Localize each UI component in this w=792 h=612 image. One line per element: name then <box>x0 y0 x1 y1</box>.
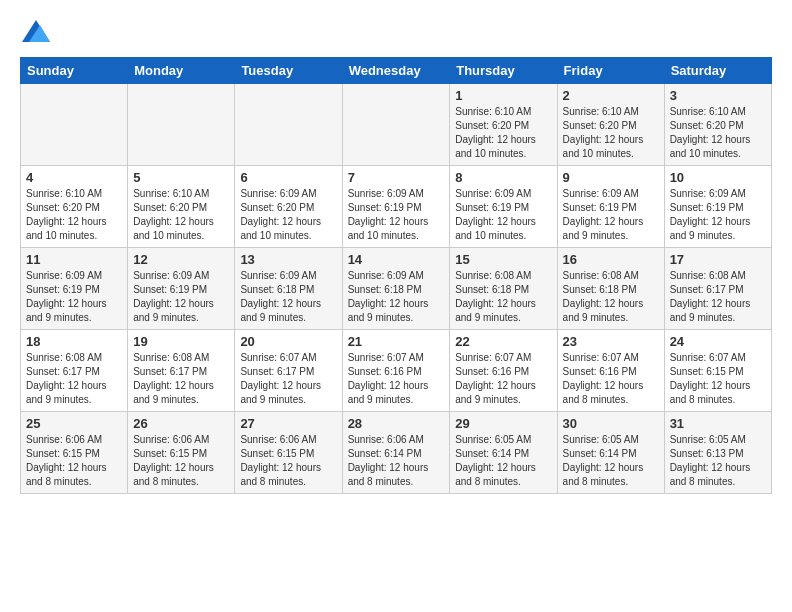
day-info: Sunrise: 6:05 AM Sunset: 6:14 PM Dayligh… <box>455 433 551 489</box>
day-info: Sunrise: 6:10 AM Sunset: 6:20 PM Dayligh… <box>670 105 766 161</box>
weekday-header: Saturday <box>664 58 771 84</box>
day-info: Sunrise: 6:09 AM Sunset: 6:19 PM Dayligh… <box>563 187 659 243</box>
day-number: 8 <box>455 170 551 185</box>
day-number: 4 <box>26 170 122 185</box>
calendar-cell: 6Sunrise: 6:09 AM Sunset: 6:20 PM Daylig… <box>235 166 342 248</box>
calendar-cell: 21Sunrise: 6:07 AM Sunset: 6:16 PM Dayli… <box>342 330 450 412</box>
calendar-week-row: 18Sunrise: 6:08 AM Sunset: 6:17 PM Dayli… <box>21 330 772 412</box>
calendar-cell: 9Sunrise: 6:09 AM Sunset: 6:19 PM Daylig… <box>557 166 664 248</box>
day-info: Sunrise: 6:08 AM Sunset: 6:17 PM Dayligh… <box>26 351 122 407</box>
day-number: 6 <box>240 170 336 185</box>
day-number: 21 <box>348 334 445 349</box>
calendar-header-row: SundayMondayTuesdayWednesdayThursdayFrid… <box>21 58 772 84</box>
day-number: 26 <box>133 416 229 431</box>
calendar-cell: 20Sunrise: 6:07 AM Sunset: 6:17 PM Dayli… <box>235 330 342 412</box>
day-number: 29 <box>455 416 551 431</box>
calendar-table: SundayMondayTuesdayWednesdayThursdayFrid… <box>20 57 772 494</box>
day-info: Sunrise: 6:09 AM Sunset: 6:19 PM Dayligh… <box>670 187 766 243</box>
calendar-cell: 25Sunrise: 6:06 AM Sunset: 6:15 PM Dayli… <box>21 412 128 494</box>
day-number: 17 <box>670 252 766 267</box>
calendar-week-row: 4Sunrise: 6:10 AM Sunset: 6:20 PM Daylig… <box>21 166 772 248</box>
calendar-cell: 18Sunrise: 6:08 AM Sunset: 6:17 PM Dayli… <box>21 330 128 412</box>
calendar-cell: 28Sunrise: 6:06 AM Sunset: 6:14 PM Dayli… <box>342 412 450 494</box>
weekday-header: Thursday <box>450 58 557 84</box>
calendar-cell: 4Sunrise: 6:10 AM Sunset: 6:20 PM Daylig… <box>21 166 128 248</box>
day-info: Sunrise: 6:07 AM Sunset: 6:16 PM Dayligh… <box>348 351 445 407</box>
calendar-cell <box>21 84 128 166</box>
day-number: 18 <box>26 334 122 349</box>
day-info: Sunrise: 6:06 AM Sunset: 6:15 PM Dayligh… <box>240 433 336 489</box>
day-info: Sunrise: 6:10 AM Sunset: 6:20 PM Dayligh… <box>133 187 229 243</box>
calendar-cell: 30Sunrise: 6:05 AM Sunset: 6:14 PM Dayli… <box>557 412 664 494</box>
day-number: 31 <box>670 416 766 431</box>
day-number: 30 <box>563 416 659 431</box>
day-number: 9 <box>563 170 659 185</box>
calendar-cell: 31Sunrise: 6:05 AM Sunset: 6:13 PM Dayli… <box>664 412 771 494</box>
calendar-cell <box>128 84 235 166</box>
weekday-header: Sunday <box>21 58 128 84</box>
day-info: Sunrise: 6:09 AM Sunset: 6:20 PM Dayligh… <box>240 187 336 243</box>
calendar-cell: 10Sunrise: 6:09 AM Sunset: 6:19 PM Dayli… <box>664 166 771 248</box>
calendar-cell: 22Sunrise: 6:07 AM Sunset: 6:16 PM Dayli… <box>450 330 557 412</box>
day-info: Sunrise: 6:09 AM Sunset: 6:19 PM Dayligh… <box>348 187 445 243</box>
day-number: 14 <box>348 252 445 267</box>
calendar-cell <box>342 84 450 166</box>
day-number: 12 <box>133 252 229 267</box>
day-number: 23 <box>563 334 659 349</box>
day-info: Sunrise: 6:07 AM Sunset: 6:16 PM Dayligh… <box>455 351 551 407</box>
calendar-cell: 8Sunrise: 6:09 AM Sunset: 6:19 PM Daylig… <box>450 166 557 248</box>
calendar-cell: 3Sunrise: 6:10 AM Sunset: 6:20 PM Daylig… <box>664 84 771 166</box>
calendar-cell: 19Sunrise: 6:08 AM Sunset: 6:17 PM Dayli… <box>128 330 235 412</box>
day-info: Sunrise: 6:06 AM Sunset: 6:15 PM Dayligh… <box>133 433 229 489</box>
day-number: 19 <box>133 334 229 349</box>
weekday-header: Friday <box>557 58 664 84</box>
weekday-header: Wednesday <box>342 58 450 84</box>
day-info: Sunrise: 6:07 AM Sunset: 6:15 PM Dayligh… <box>670 351 766 407</box>
day-info: Sunrise: 6:08 AM Sunset: 6:17 PM Dayligh… <box>133 351 229 407</box>
day-info: Sunrise: 6:05 AM Sunset: 6:14 PM Dayligh… <box>563 433 659 489</box>
day-number: 25 <box>26 416 122 431</box>
day-info: Sunrise: 6:10 AM Sunset: 6:20 PM Dayligh… <box>563 105 659 161</box>
day-number: 5 <box>133 170 229 185</box>
day-number: 13 <box>240 252 336 267</box>
calendar-cell: 29Sunrise: 6:05 AM Sunset: 6:14 PM Dayli… <box>450 412 557 494</box>
day-info: Sunrise: 6:09 AM Sunset: 6:18 PM Dayligh… <box>240 269 336 325</box>
calendar-cell: 16Sunrise: 6:08 AM Sunset: 6:18 PM Dayli… <box>557 248 664 330</box>
day-number: 28 <box>348 416 445 431</box>
day-info: Sunrise: 6:05 AM Sunset: 6:13 PM Dayligh… <box>670 433 766 489</box>
day-number: 11 <box>26 252 122 267</box>
day-info: Sunrise: 6:10 AM Sunset: 6:20 PM Dayligh… <box>26 187 122 243</box>
calendar-cell: 12Sunrise: 6:09 AM Sunset: 6:19 PM Dayli… <box>128 248 235 330</box>
day-number: 27 <box>240 416 336 431</box>
calendar-cell: 11Sunrise: 6:09 AM Sunset: 6:19 PM Dayli… <box>21 248 128 330</box>
day-info: Sunrise: 6:08 AM Sunset: 6:18 PM Dayligh… <box>455 269 551 325</box>
day-info: Sunrise: 6:07 AM Sunset: 6:17 PM Dayligh… <box>240 351 336 407</box>
day-info: Sunrise: 6:09 AM Sunset: 6:19 PM Dayligh… <box>455 187 551 243</box>
day-number: 20 <box>240 334 336 349</box>
calendar-cell: 23Sunrise: 6:07 AM Sunset: 6:16 PM Dayli… <box>557 330 664 412</box>
calendar-cell: 27Sunrise: 6:06 AM Sunset: 6:15 PM Dayli… <box>235 412 342 494</box>
day-info: Sunrise: 6:09 AM Sunset: 6:19 PM Dayligh… <box>26 269 122 325</box>
calendar-cell: 13Sunrise: 6:09 AM Sunset: 6:18 PM Dayli… <box>235 248 342 330</box>
day-number: 7 <box>348 170 445 185</box>
calendar-cell: 26Sunrise: 6:06 AM Sunset: 6:15 PM Dayli… <box>128 412 235 494</box>
day-number: 2 <box>563 88 659 103</box>
day-number: 16 <box>563 252 659 267</box>
day-info: Sunrise: 6:07 AM Sunset: 6:16 PM Dayligh… <box>563 351 659 407</box>
calendar-cell: 1Sunrise: 6:10 AM Sunset: 6:20 PM Daylig… <box>450 84 557 166</box>
calendar-cell: 2Sunrise: 6:10 AM Sunset: 6:20 PM Daylig… <box>557 84 664 166</box>
day-number: 15 <box>455 252 551 267</box>
calendar-cell: 14Sunrise: 6:09 AM Sunset: 6:18 PM Dayli… <box>342 248 450 330</box>
day-number: 24 <box>670 334 766 349</box>
calendar-cell: 24Sunrise: 6:07 AM Sunset: 6:15 PM Dayli… <box>664 330 771 412</box>
day-info: Sunrise: 6:09 AM Sunset: 6:18 PM Dayligh… <box>348 269 445 325</box>
day-info: Sunrise: 6:09 AM Sunset: 6:19 PM Dayligh… <box>133 269 229 325</box>
calendar-cell: 5Sunrise: 6:10 AM Sunset: 6:20 PM Daylig… <box>128 166 235 248</box>
day-info: Sunrise: 6:08 AM Sunset: 6:17 PM Dayligh… <box>670 269 766 325</box>
header <box>20 20 772 47</box>
logo <box>20 20 50 47</box>
day-info: Sunrise: 6:06 AM Sunset: 6:15 PM Dayligh… <box>26 433 122 489</box>
calendar-cell: 7Sunrise: 6:09 AM Sunset: 6:19 PM Daylig… <box>342 166 450 248</box>
weekday-header: Monday <box>128 58 235 84</box>
calendar-cell: 17Sunrise: 6:08 AM Sunset: 6:17 PM Dayli… <box>664 248 771 330</box>
